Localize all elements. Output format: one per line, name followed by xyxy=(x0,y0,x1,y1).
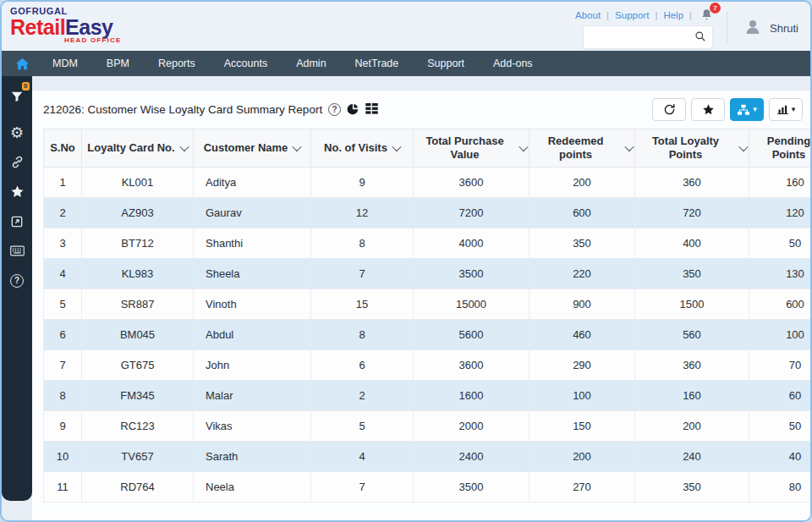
search-input[interactable] xyxy=(584,26,712,47)
about-link[interactable]: About xyxy=(575,10,601,20)
column-header-customer-name[interactable]: Customer Name xyxy=(194,129,311,168)
help-link[interactable]: Help xyxy=(663,10,683,20)
table-row[interactable]: 1KL001Aditya93600200360160 xyxy=(44,168,812,198)
table-row[interactable]: 8FM345Malar2160010016060 xyxy=(44,381,812,411)
table-cell: 4000 xyxy=(414,228,529,259)
link-icon[interactable] xyxy=(2,147,32,177)
user-menu[interactable]: Shruti xyxy=(727,12,798,44)
table-cell: 6 xyxy=(311,350,414,381)
table-cell: 15 xyxy=(311,289,414,320)
table-cell: 7 xyxy=(311,259,414,289)
link-separator: | xyxy=(655,10,657,20)
table-cell: 3600 xyxy=(414,350,529,381)
table-row[interactable]: 5SR887Vinoth15150009001500600 xyxy=(44,289,812,320)
column-header-redeemed-points[interactable]: Redeemed points xyxy=(529,129,635,168)
nav-item-admin[interactable]: Admin xyxy=(282,58,340,69)
table-cell: 8 xyxy=(311,228,414,259)
table-cell: 80 xyxy=(749,472,812,503)
table-cell: 160 xyxy=(749,168,812,198)
table-cell: 120 xyxy=(749,198,812,228)
table-cell: 900 xyxy=(529,289,635,320)
report-toolbar: 212026: Customer Wise Loyalty Card Summa… xyxy=(32,91,810,129)
hierarchy-view-button[interactable]: ▾ xyxy=(730,98,764,121)
grid-icon[interactable] xyxy=(365,103,378,117)
help-icon[interactable]: ? xyxy=(2,266,32,295)
nav-item-reports[interactable]: Reports xyxy=(144,58,210,69)
notification-count-badge: 7 xyxy=(710,3,721,14)
table-cell: John xyxy=(194,350,311,381)
table-cell: 5 xyxy=(311,411,414,442)
table-cell: Shanthi xyxy=(194,228,311,259)
toolbar-buttons: ▾ ▾ xyxy=(652,98,803,121)
home-icon[interactable] xyxy=(15,58,30,70)
table-cell: 2 xyxy=(44,198,82,228)
pie-chart-icon[interactable] xyxy=(347,102,359,118)
table-row[interactable]: 9RC123Vikas5200015020050 xyxy=(44,411,812,442)
table-row[interactable]: 7GT675John6360029036070 xyxy=(44,350,812,381)
product-name-part2: Easy xyxy=(65,15,112,39)
notifications-bell-icon[interactable]: 7 xyxy=(700,8,713,21)
report-table-wrap: S.No Loyalty Card No. Customer Name No. … xyxy=(32,129,810,503)
search-icon[interactable] xyxy=(694,30,706,46)
nav-item-accounts[interactable]: Accounts xyxy=(210,58,282,69)
table-cell: 7 xyxy=(44,350,82,381)
table-cell: 7200 xyxy=(414,198,529,228)
table-row[interactable]: 4KL983Sheela73500220350130 xyxy=(44,259,812,289)
column-header-total-purchase-value[interactable]: Total Purchase Value xyxy=(414,129,529,168)
table-row[interactable]: 3BT712Shanthi8400035040050 xyxy=(44,228,812,259)
favorite-button[interactable] xyxy=(691,98,725,121)
loyalty-summary-table: S.No Loyalty Card No. Customer Name No. … xyxy=(43,129,812,503)
column-header-no-of-visits[interactable]: No. of Visits xyxy=(311,129,414,168)
table-cell: 200 xyxy=(529,442,635,472)
table-cell: GT675 xyxy=(82,350,194,381)
nav-item-nettrade[interactable]: NetTrade xyxy=(341,58,414,69)
column-header-total-loyalty-points[interactable]: Total Loyalty Points xyxy=(635,129,749,168)
export-image-icon[interactable] xyxy=(2,206,32,236)
nav-item-mdm[interactable]: MDM xyxy=(38,58,92,69)
table-row[interactable]: 6BM045Abdul85600460560100 xyxy=(44,320,812,350)
keyboard-icon[interactable] xyxy=(2,236,32,266)
table-cell: 3600 xyxy=(414,168,529,198)
table-cell: 600 xyxy=(749,289,812,320)
table-row[interactable]: 11RD764Neela7350027035080 xyxy=(44,472,812,503)
chevron-down-icon: ▾ xyxy=(753,106,757,113)
help-circle-icon[interactable]: ? xyxy=(328,103,341,116)
refresh-button[interactable] xyxy=(652,98,686,121)
nav-item-support[interactable]: Support xyxy=(413,58,479,69)
star-icon[interactable] xyxy=(2,177,32,206)
chart-view-button[interactable]: ▾ xyxy=(769,98,803,121)
table-cell: 350 xyxy=(635,472,749,503)
gear-icon[interactable]: ⚙ xyxy=(2,118,32,147)
support-link[interactable]: Support xyxy=(615,10,649,20)
table-cell: Sheela xyxy=(194,259,311,289)
table-cell: 3 xyxy=(44,228,82,259)
table-cell: 290 xyxy=(529,350,635,381)
column-header-pending-points[interactable]: Pending Points xyxy=(749,129,812,168)
table-cell: 11 xyxy=(44,472,82,503)
table-cell: 100 xyxy=(749,320,812,350)
table-cell: 220 xyxy=(529,259,635,289)
sort-chevron-icon xyxy=(518,142,528,151)
table-cell: 1 xyxy=(44,168,82,198)
table-cell: TV657 xyxy=(82,442,194,472)
table-cell: 130 xyxy=(749,259,812,289)
table-cell: Neela xyxy=(194,472,311,503)
table-cell: 6 xyxy=(44,320,82,350)
table-cell: 2400 xyxy=(414,442,529,472)
product-subtitle: HEAD OFFICE xyxy=(64,37,121,44)
filter-icon[interactable]: 0 xyxy=(2,81,32,111)
nav-item-bpm[interactable]: BPM xyxy=(92,58,144,69)
nav-item-add-ons[interactable]: Add-ons xyxy=(479,58,547,69)
table-cell: 50 xyxy=(749,411,812,442)
sort-chevron-icon xyxy=(293,142,302,151)
table-cell: 100 xyxy=(529,381,635,411)
table-cell: 70 xyxy=(749,350,812,381)
column-header-sno: S.No xyxy=(44,129,82,168)
table-cell: 350 xyxy=(635,259,749,289)
table-cell: KL983 xyxy=(82,259,194,289)
table-cell: 8 xyxy=(44,381,82,411)
table-row[interactable]: 2AZ903Gaurav127200600720120 xyxy=(44,198,812,228)
table-row[interactable]: 10TV657Sarath4240020024040 xyxy=(44,442,812,472)
column-header-loyalty-card-no[interactable]: Loyalty Card No. xyxy=(82,129,194,168)
table-cell: 50 xyxy=(749,228,812,259)
